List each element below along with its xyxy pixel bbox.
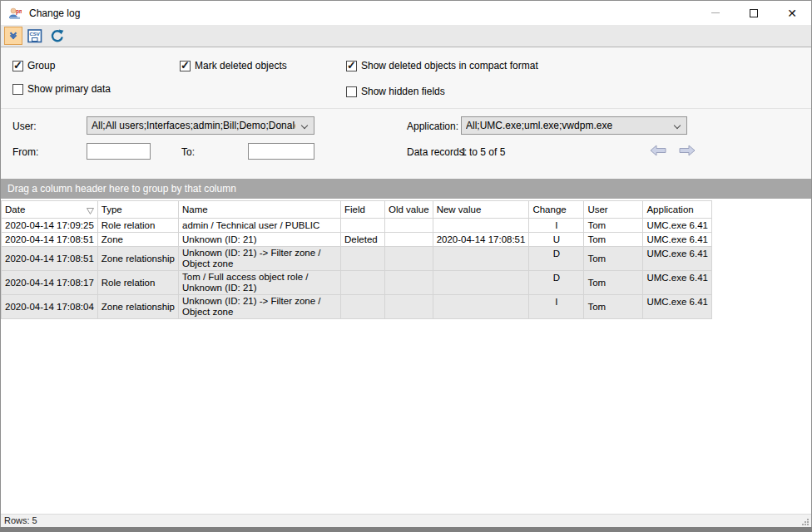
- cell-type: Zone relationship: [97, 247, 178, 271]
- from-input[interactable]: [87, 143, 151, 160]
- cell-old-value: [385, 247, 433, 271]
- column-header-application[interactable]: Application: [643, 201, 712, 219]
- table-body: 2020-04-14 17:09:25 Role relation admin …: [2, 219, 712, 319]
- checkbox-label: Mark deleted objects: [195, 60, 287, 71]
- user-combobox-value: All;All users;Interfaces;admin;Bill;Demo…: [92, 120, 295, 131]
- cell-old-value: [385, 295, 433, 319]
- toolbar: CSV: [1, 25, 811, 47]
- cell-field: [341, 247, 385, 271]
- cell-old-value: [385, 233, 433, 247]
- panel-divider: [1, 108, 811, 109]
- application-combobox-value: All;UMC.exe;uml.exe;vwdpm.exe: [466, 120, 612, 131]
- cell-new-value: 2020-04-14 17:08:51: [433, 233, 529, 247]
- window-bottom-edge: [0, 527, 812, 532]
- cell-change: D: [529, 247, 584, 271]
- column-header-date[interactable]: Date: [2, 201, 98, 219]
- group-by-drop-zone[interactable]: Drag a column header here to group by th…: [1, 179, 811, 199]
- cell-name: Tom / Full access object role / Unknown …: [179, 271, 341, 295]
- application-combobox[interactable]: All;UMC.exe;uml.exe;vwdpm.exe: [461, 116, 687, 135]
- next-page-arrow-icon[interactable]: [679, 145, 696, 156]
- cell-name: Unknown (ID: 21): [179, 233, 341, 247]
- cell-type: Zone relationship: [97, 295, 178, 319]
- checkbox-label: Show deleted objects in compact format: [361, 60, 538, 71]
- filter-panel: Group Mark deleted objects Show deleted …: [1, 47, 811, 179]
- window-controls: ✕: [696, 1, 811, 25]
- checkbox-box: [12, 61, 23, 71]
- cell-name: Unknown (ID: 21) -> Filter zone / Object…: [179, 247, 341, 271]
- user-label: User:: [12, 121, 37, 132]
- table-row[interactable]: 2020-04-14 17:08:04 Zone relationship Un…: [2, 295, 712, 319]
- cell-field: Deleted: [341, 233, 385, 247]
- previous-page-arrow-icon[interactable]: [650, 145, 666, 156]
- data-records-label: Data records:: [407, 146, 467, 158]
- data-records-value: 1 to 5 of 5: [461, 146, 505, 158]
- cell-user: Tom: [584, 219, 643, 233]
- title-bar[interactable]: pm Change log ✕: [1, 1, 811, 25]
- cell-name: Unknown (ID: 21) -> Filter zone / Object…: [179, 295, 341, 319]
- checkbox-label: Group: [27, 60, 55, 71]
- chevron-down-icon: [301, 122, 308, 129]
- cell-type: Zone: [97, 233, 178, 247]
- cell-application: UMC.exe 6.41: [643, 271, 712, 295]
- cell-old-value: [385, 271, 433, 295]
- status-bar: Rows: 5: [1, 514, 811, 527]
- minimize-button[interactable]: [696, 1, 735, 25]
- cell-change: U: [529, 233, 584, 247]
- cell-change: I: [529, 295, 584, 319]
- cell-new-value: [433, 271, 529, 295]
- cell-date: 2020-04-14 17:08:51: [2, 233, 98, 247]
- checkbox-show-primary-data[interactable]: Show primary data: [12, 83, 111, 95]
- cell-change: I: [529, 219, 584, 233]
- cell-date: 2020-04-14 17:08:17: [2, 271, 98, 295]
- close-button[interactable]: ✕: [773, 1, 811, 25]
- refresh-button[interactable]: [47, 27, 66, 45]
- cell-user: Tom: [584, 295, 643, 319]
- cell-type: Role relation: [97, 271, 178, 295]
- checkbox-box: [346, 86, 357, 97]
- column-header-user[interactable]: User: [584, 201, 643, 219]
- checkbox-box: [180, 61, 191, 71]
- checkbox-box: [346, 61, 357, 71]
- checkbox-show-deleted-compact[interactable]: Show deleted objects in compact format: [346, 60, 538, 71]
- column-header-old-value[interactable]: Old value: [385, 201, 433, 219]
- table-row[interactable]: 2020-04-14 17:09:25 Role relation admin …: [2, 219, 712, 233]
- from-label: From:: [12, 146, 38, 158]
- cell-application: UMC.exe 6.41: [643, 247, 712, 271]
- cell-application: UMC.exe 6.41: [643, 219, 712, 233]
- checkbox-label: Show primary data: [27, 83, 111, 95]
- refresh-arrow-icon: [50, 29, 64, 43]
- maximize-icon: [750, 9, 758, 17]
- resize-grip[interactable]: [802, 519, 810, 526]
- to-label: To:: [181, 146, 195, 158]
- rows-count: Rows: 5: [4, 515, 37, 525]
- app-person-icon: pm: [8, 7, 22, 20]
- cell-user: Tom: [584, 271, 643, 295]
- column-header-change[interactable]: Change: [529, 201, 584, 219]
- cell-date: 2020-04-14 17:08:51: [2, 247, 98, 271]
- cell-new-value: [433, 219, 529, 233]
- change-log-window: pm Change log ✕ CSV: [0, 0, 812, 532]
- checkbox-show-hidden-fields[interactable]: Show hidden fields: [346, 86, 445, 97]
- export-csv-button[interactable]: CSV: [26, 27, 44, 45]
- user-combobox[interactable]: All;All users;Interfaces;admin;Bill;Demo…: [87, 116, 314, 135]
- column-header-label: Date: [5, 204, 25, 214]
- checkbox-mark-deleted-objects[interactable]: Mark deleted objects: [180, 60, 287, 71]
- maximize-button[interactable]: [735, 1, 773, 25]
- column-header-name[interactable]: Name: [179, 201, 341, 219]
- table-row[interactable]: 2020-04-14 17:08:51 Zone relationship Un…: [2, 247, 712, 271]
- to-input[interactable]: [248, 143, 314, 160]
- cell-field: [341, 271, 385, 295]
- cell-application: UMC.exe 6.41: [643, 233, 712, 247]
- change-log-table: Date Type Name Field Old value New value…: [1, 200, 712, 319]
- checkbox-group[interactable]: Group: [12, 60, 55, 71]
- table-row[interactable]: 2020-04-14 17:08:17 Role relation Tom / …: [2, 271, 712, 295]
- column-header-type[interactable]: Type: [97, 201, 178, 219]
- close-icon: ✕: [787, 7, 797, 19]
- column-header-new-value[interactable]: New value: [433, 201, 529, 219]
- cell-field: [341, 295, 385, 319]
- cell-user: Tom: [584, 247, 643, 271]
- cell-date: 2020-04-14 17:09:25: [2, 219, 98, 233]
- table-row[interactable]: 2020-04-14 17:08:51 Zone Unknown (ID: 21…: [2, 233, 712, 247]
- expand-filter-button[interactable]: [4, 27, 22, 45]
- column-header-field[interactable]: Field: [341, 201, 385, 219]
